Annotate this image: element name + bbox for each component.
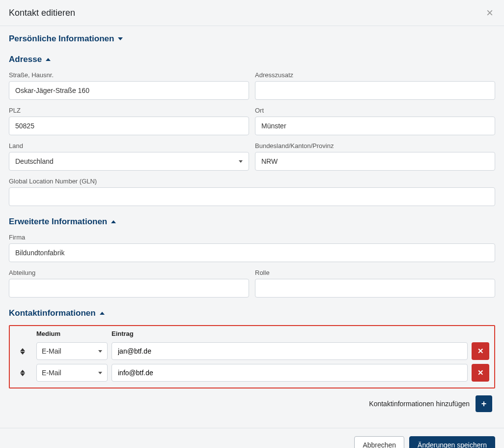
drag-handle-icon[interactable] (13, 370, 32, 376)
chevron-up-icon (111, 220, 116, 223)
chevron-down-icon (239, 160, 243, 163)
zip-label: PLZ (9, 107, 249, 114)
medium-select[interactable]: E-Mail (36, 364, 108, 382)
gln-input[interactable] (9, 187, 495, 206)
company-label: Firma (9, 234, 495, 241)
state-label: Bundesland/Kanton/Provinz (255, 142, 495, 149)
section-title-contact: Kontaktinformationen (9, 308, 96, 318)
zip-input[interactable] (9, 117, 249, 135)
section-address: Adresse Straße, Hausnr. Adresszusatz PLZ (9, 55, 495, 206)
modal-footer: Abbrechen Änderungen speichern (0, 428, 504, 448)
section-extended: Erweiterte Informationen Firma Abteilung… (9, 217, 495, 298)
role-label: Rolle (255, 269, 495, 276)
section-title-personal: Persönliche Informationen (9, 34, 114, 44)
street-input[interactable] (9, 81, 249, 100)
contact-table-header: Medium Eintrag (13, 328, 491, 340)
department-input[interactable] (9, 279, 249, 298)
chevron-down-icon (118, 37, 123, 40)
column-medium: Medium (36, 330, 108, 337)
country-select[interactable]: Deutschland (9, 152, 249, 171)
add-contact-row: Kontaktinformationen hinzufügen + (9, 393, 495, 412)
save-button[interactable]: Änderungen speichern (409, 436, 495, 448)
medium-value: E-Mail (42, 347, 61, 355)
section-title-address: Adresse (9, 55, 42, 64)
contact-table: Medium Eintrag E-Mail (9, 325, 495, 388)
chevron-up-icon (100, 312, 105, 315)
department-label: Abteilung (9, 269, 249, 276)
address-addon-label: Adresszusatz (255, 71, 495, 79)
chevron-down-icon (98, 372, 102, 374)
street-label: Straße, Hausnr. (9, 71, 249, 79)
role-input[interactable] (255, 279, 495, 298)
city-label: Ort (255, 107, 495, 114)
section-contact: Kontaktinformationen Medium Eintrag E-Ma… (9, 308, 495, 412)
chevron-down-icon (98, 350, 102, 353)
contact-row: E-Mail (13, 362, 491, 384)
edit-contact-modal: Kontakt editieren × Persönliche Informat… (0, 0, 504, 448)
add-contact-label: Kontaktinformationen hinzufügen (369, 400, 470, 408)
entry-input[interactable] (112, 342, 468, 360)
add-contact-button[interactable]: + (476, 395, 492, 412)
close-icon: × (486, 6, 493, 19)
contact-row: E-Mail (13, 340, 491, 362)
drag-handle-icon[interactable] (13, 348, 32, 355)
chevron-up-icon (46, 58, 51, 61)
country-selected-value: Deutschland (15, 157, 54, 165)
section-toggle-address[interactable]: Adresse (9, 55, 495, 64)
gln-label: Global Location Number (GLN) (9, 178, 495, 185)
cancel-button[interactable]: Abbrechen (354, 436, 404, 448)
close-icon (477, 368, 484, 377)
section-toggle-personal[interactable]: Persönliche Informationen (9, 34, 495, 44)
medium-select[interactable]: E-Mail (36, 342, 108, 360)
column-entry: Eintrag (112, 330, 468, 337)
close-icon (477, 347, 484, 356)
medium-value: E-Mail (42, 369, 61, 377)
modal-header: Kontakt editieren × (0, 0, 504, 26)
modal-title: Kontakt editieren (9, 8, 75, 18)
close-button[interactable]: × (484, 7, 495, 19)
section-toggle-extended[interactable]: Erweiterte Informationen (9, 217, 495, 227)
plus-icon: + (481, 399, 487, 409)
section-personal: Persönliche Informationen (9, 34, 495, 44)
delete-row-button[interactable] (472, 364, 489, 382)
city-input[interactable] (255, 117, 495, 135)
state-input[interactable] (255, 152, 495, 171)
company-input[interactable] (9, 243, 495, 262)
entry-input[interactable] (112, 364, 468, 382)
country-label: Land (9, 142, 249, 149)
delete-row-button[interactable] (472, 342, 489, 360)
section-title-extended: Erweiterte Informationen (9, 217, 107, 227)
modal-body: Persönliche Informationen Adresse Straße… (0, 26, 504, 428)
address-addon-input[interactable] (255, 81, 495, 100)
section-toggle-contact[interactable]: Kontaktinformationen (9, 308, 495, 318)
